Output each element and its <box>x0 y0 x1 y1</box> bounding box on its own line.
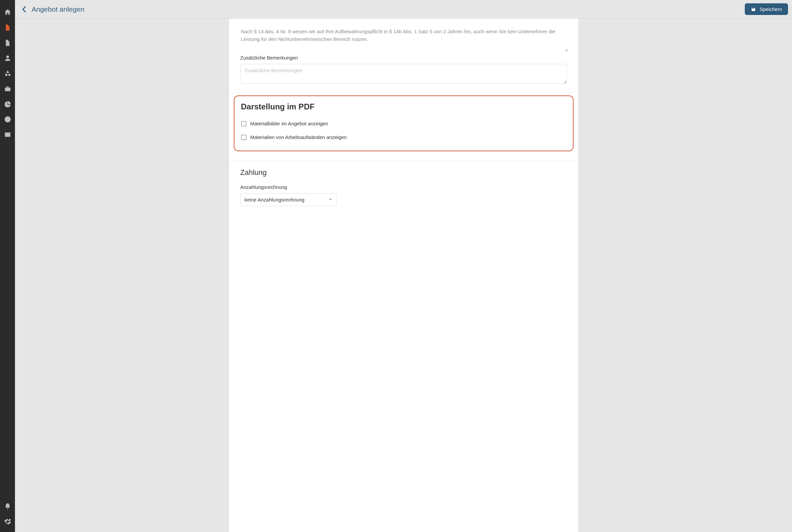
nav-pie-chart[interactable] <box>0 96 15 112</box>
nav-settings[interactable] <box>0 514 15 529</box>
header: Angebot anlegen Speichern <box>15 0 792 19</box>
nav-clock[interactable] <box>0 112 15 127</box>
document-icon <box>4 24 11 31</box>
page-title: Angebot anlegen <box>32 5 84 13</box>
deposit-select[interactable]: keine Anzahlungsrechnung <box>240 193 337 206</box>
deposit-select-wrap: keine Anzahlungsrechnung <box>240 193 337 206</box>
nav-shapes[interactable] <box>0 66 15 81</box>
checkbox-icon <box>241 135 246 140</box>
nav-invoice[interactable]: $ <box>0 35 15 51</box>
back-button[interactable] <box>19 4 29 14</box>
checkbox-label: Materialbilder im Angebot anzeigen <box>250 121 328 126</box>
svg-point-1 <box>8 519 10 521</box>
deposit-label: Anzahlungsrechnung <box>240 184 567 190</box>
gear-icon <box>4 518 11 525</box>
nav-notifications[interactable] <box>0 499 15 514</box>
save-icon <box>751 7 756 12</box>
chevron-left-icon <box>22 6 26 12</box>
main-scroll-area[interactable]: Nach § 14 Abs. 4 Nr. 9 weisen wir auf Ih… <box>15 19 792 532</box>
person-icon <box>4 55 11 62</box>
toolbox-icon <box>4 85 11 92</box>
nav-person[interactable] <box>0 51 15 66</box>
checkbox-label: Materialien von Arbeitsaufwänden anzeige… <box>250 134 347 140</box>
save-button-label: Speichern <box>759 6 782 12</box>
remarks-label: Zusätzliche Bemerkungen <box>240 55 567 60</box>
save-button[interactable]: Speichern <box>745 3 788 15</box>
invoice-icon: $ <box>4 39 11 46</box>
sidebar: $ <box>0 0 15 532</box>
section-divider <box>229 92 578 93</box>
nav-document[interactable] <box>0 20 15 35</box>
nav-home[interactable] <box>0 5 15 20</box>
resize-handle-icon <box>563 47 568 52</box>
payment-section-title: Zahlung <box>240 168 567 177</box>
checkbox-icon <box>241 121 246 126</box>
checkbox-material-images[interactable]: Materialbilder im Angebot anzeigen <box>241 117 566 130</box>
clock-icon <box>4 116 11 123</box>
sidebar-bottom <box>0 499 15 532</box>
id-card-icon <box>4 131 11 138</box>
bell-icon <box>4 503 11 510</box>
remarks-textarea[interactable] <box>240 64 567 84</box>
home-icon <box>4 8 11 16</box>
retention-note: Nach § 14 Abs. 4 Nr. 9 weisen wir auf Ih… <box>240 26 567 50</box>
nav-toolbox[interactable] <box>0 81 15 96</box>
form-panel: Nach § 14 Abs. 4 Nr. 9 weisen wir auf Ih… <box>229 19 578 532</box>
pdf-section-title: Darstellung im PDF <box>241 102 566 111</box>
nav-id-card[interactable] <box>0 127 15 142</box>
svg-text:$: $ <box>7 42 8 45</box>
shapes-icon <box>4 70 11 77</box>
pdf-display-section: Darstellung im PDF Materialbilder im Ang… <box>234 95 574 151</box>
pie-chart-icon <box>4 100 11 108</box>
checkbox-labor-materials[interactable]: Materialien von Arbeitsaufwänden anzeige… <box>241 130 566 144</box>
